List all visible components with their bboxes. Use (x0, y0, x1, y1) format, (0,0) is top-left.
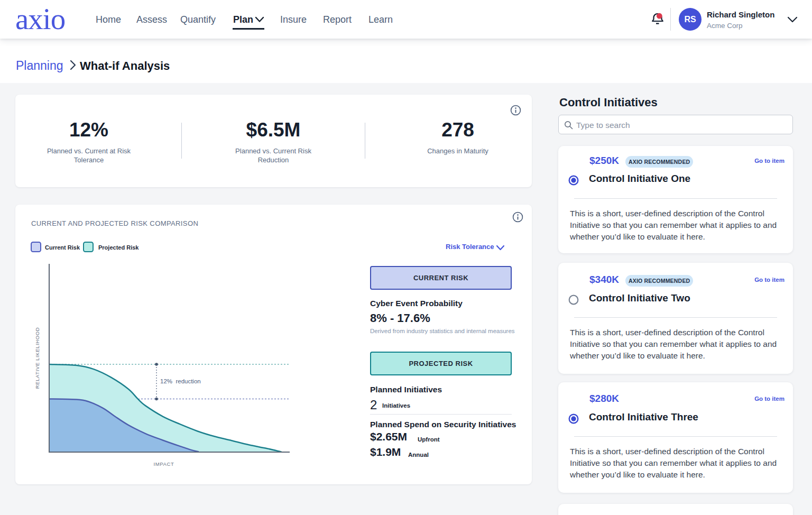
svg-text:RELATIVE LIKELIHOOD: RELATIVE LIKELIHOOD (34, 327, 40, 389)
svg-text:12% reduction: 12% reduction (160, 378, 201, 384)
svg-text:IMPACT: IMPACT (154, 461, 174, 467)
